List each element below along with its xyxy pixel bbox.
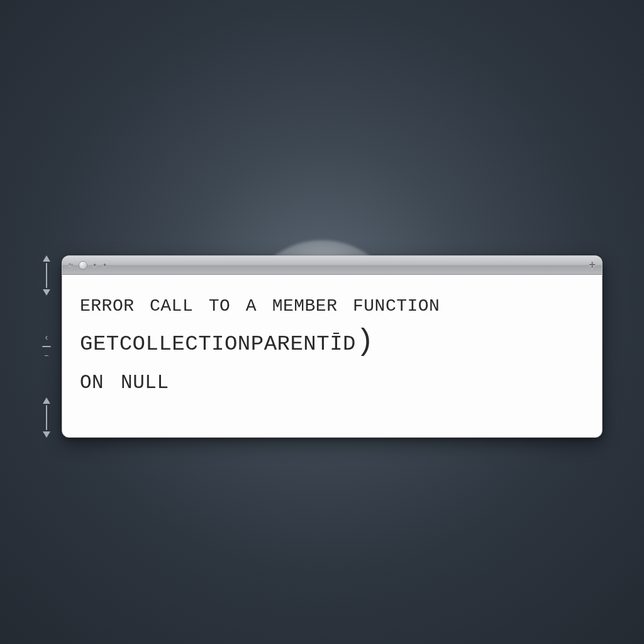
resize-arrow-bottom[interactable] [41,397,52,438]
dash-icon: – [44,351,49,360]
guide-bar [42,346,51,347]
vertical-resize-handles: ‹ – [35,255,58,438]
resize-mid-guides: ‹ – [42,333,51,360]
star-icon[interactable]: ✦ [92,261,97,269]
arrow-shaft [46,263,47,288]
arrow-up-icon [43,255,50,262]
arrow-down-icon [43,289,50,296]
titlebar-left-controls: ⇋ ✦ ✦ [69,261,107,270]
error-line-3: ON NULL [80,365,584,396]
star-icon[interactable]: ✦ [103,261,108,269]
error-content: ERROR CALL TO A MEMBER FUNCTION GETCOLLE… [62,275,602,414]
error-line-1: ERROR CALL TO A MEMBER FUNCTION [80,290,584,318]
traffic-light-button[interactable] [79,261,87,270]
arrow-down-icon [43,431,50,438]
titlebar-right-controls: + [589,259,596,272]
window-titlebar[interactable]: ⇋ ✦ ✦ + [62,256,602,275]
arrow-up-icon [43,397,50,404]
error-line-2: GETCOLLECTIONPARENTĪD) [80,325,584,358]
error-window: ⇋ ✦ ✦ + ERROR CALL TO A MEMBER FUNCTION … [62,255,602,438]
new-tab-button[interactable]: + [589,259,596,272]
arrow-shaft [46,405,47,430]
resize-arrow-top[interactable] [41,255,52,296]
shuffle-icon[interactable]: ⇋ [69,261,74,269]
chevron-left-icon: ‹ [44,333,49,342]
